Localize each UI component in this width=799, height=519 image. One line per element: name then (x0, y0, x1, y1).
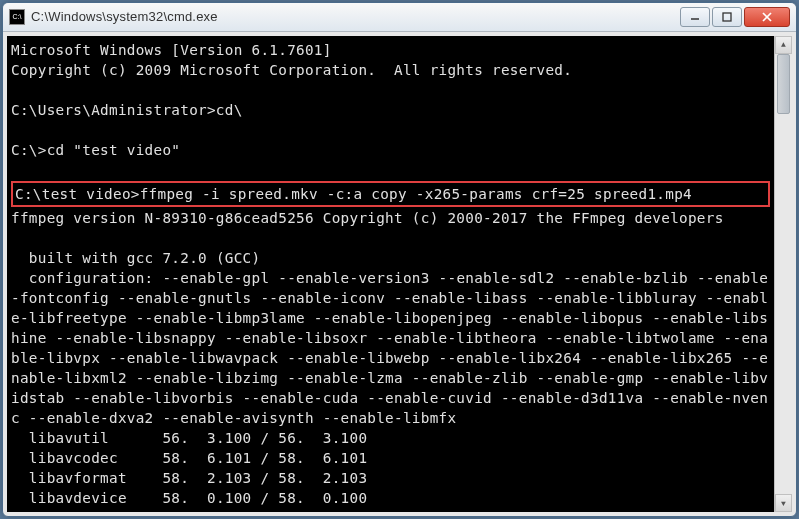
output-config: configuration: --enable-gpl --enable-ver… (11, 270, 768, 426)
output-line: built with gcc 7.2.0 (GCC) (11, 250, 260, 266)
cmd-window: C:\Windows\system32\cmd.exe Microsoft Wi… (2, 2, 797, 517)
output-line: Copyright (c) 2009 Microsoft Corporation… (11, 62, 572, 78)
scroll-up-arrow[interactable]: ▲ (775, 36, 792, 54)
window-title: C:\Windows\system32\cmd.exe (31, 9, 680, 24)
close-button[interactable] (744, 7, 790, 27)
window-controls (680, 7, 790, 27)
prompt-line: C:\>cd "test video" (11, 142, 180, 158)
lib-line: libavutil 56. 3.100 / 56. 3.100 (11, 430, 367, 446)
output-line: Microsoft Windows [Version 6.1.7601] (11, 42, 332, 58)
cmd-icon (9, 9, 25, 25)
scroll-track[interactable] (775, 54, 792, 494)
titlebar[interactable]: C:\Windows\system32\cmd.exe (3, 3, 796, 32)
svg-rect-1 (723, 13, 731, 21)
output-line: ffmpeg version N-89310-g86cead5256 Copyr… (11, 210, 724, 226)
lib-line: libavformat 58. 2.103 / 58. 2.103 (11, 470, 367, 486)
scroll-thumb[interactable] (777, 54, 790, 114)
prompt-line: C:\Users\Administrator>cd\ (11, 102, 243, 118)
maximize-button[interactable] (712, 7, 742, 27)
highlighted-command: C:\test video>ffmpeg -i spreed.mkv -c:a … (11, 181, 770, 207)
scroll-down-arrow[interactable]: ▼ (775, 494, 792, 512)
lib-line: libavdevice 58. 0.100 / 58. 0.100 (11, 490, 367, 506)
lib-line: libavcodec 58. 6.101 / 58. 6.101 (11, 450, 367, 466)
terminal-container: Microsoft Windows [Version 6.1.7601] Cop… (7, 36, 792, 512)
minimize-button[interactable] (680, 7, 710, 27)
vertical-scrollbar[interactable]: ▲ ▼ (774, 36, 792, 512)
terminal-output[interactable]: Microsoft Windows [Version 6.1.7601] Cop… (7, 36, 774, 512)
